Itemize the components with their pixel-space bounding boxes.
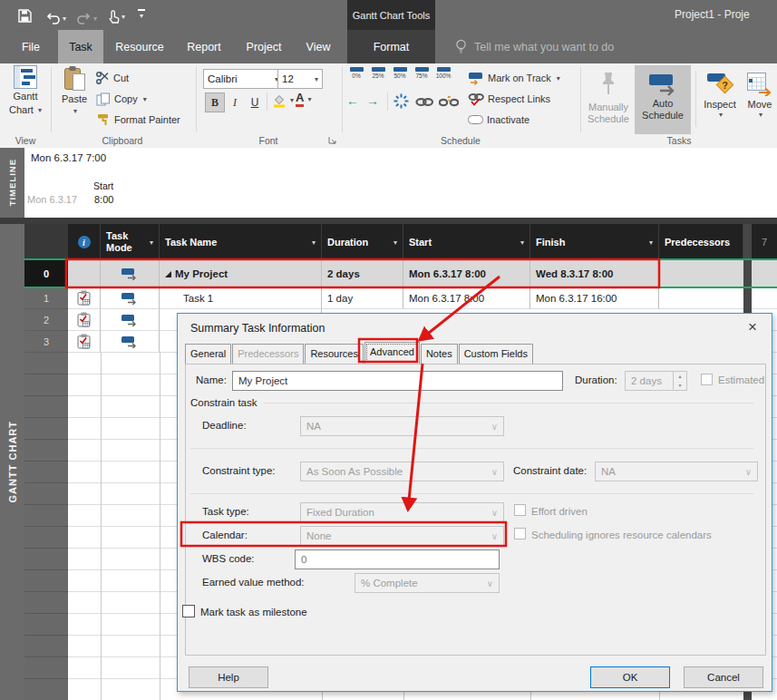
percent-75-button[interactable]: 75%: [412, 67, 432, 89]
inspect-button[interactable]: ? Inspect ▾: [700, 65, 740, 134]
cell-info[interactable]: [68, 287, 101, 309]
pane-splitter[interactable]: [0, 218, 777, 224]
cell-task-mode[interactable]: [101, 331, 160, 353]
estimated-checkbox[interactable]: [701, 374, 713, 385]
cell-task-mode[interactable]: [101, 287, 160, 309]
auto-schedule-button[interactable]: Auto Schedule: [635, 65, 691, 134]
row-number[interactable]: 3: [24, 331, 68, 353]
constraint-type-combo[interactable]: As Soon As Possible ∨: [300, 462, 504, 481]
tab-task[interactable]: Task: [58, 30, 103, 63]
effort-driven-checkbox[interactable]: [514, 504, 526, 516]
row-number[interactable]: 0: [24, 260, 68, 287]
row-number[interactable]: 2: [24, 309, 68, 331]
cell-predecessors[interactable]: [659, 260, 743, 287]
tab-general[interactable]: General: [185, 344, 231, 364]
row-number[interactable]: 1: [24, 287, 68, 309]
duration-spinner[interactable]: ▲ ▼: [674, 371, 687, 391]
task-type-combo[interactable]: Fixed Duration ∨: [300, 502, 504, 522]
cell-task-mode[interactable]: [101, 260, 160, 287]
column-header-task-mode[interactable]: TaskMode ▾: [101, 224, 160, 260]
wbs-code-field[interactable]: 0: [295, 549, 500, 569]
redo-button[interactable]: ▾: [73, 7, 101, 29]
outdent-task-button[interactable]: ←: [346, 94, 359, 107]
deadline-combo[interactable]: NA ∨: [300, 416, 504, 436]
timeline-pane-tab[interactable]: TIMELINE: [0, 148, 24, 218]
cut-button[interactable]: Cut: [96, 69, 129, 87]
paste-button[interactable]: Paste ▾: [56, 65, 92, 134]
ok-button[interactable]: OK: [590, 666, 670, 688]
percent-50-button[interactable]: 50%: [390, 67, 410, 89]
move-button[interactable]: Move ▾: [742, 65, 777, 134]
percent-25-button[interactable]: 25%: [368, 67, 388, 89]
filter-chevron-icon[interactable]: ▾: [312, 238, 316, 247]
percent-0-button[interactable]: 0%: [346, 67, 366, 89]
link-tasks-button[interactable]: [415, 96, 434, 108]
help-button[interactable]: Help: [189, 666, 268, 688]
percent-100-button[interactable]: 100%: [433, 67, 453, 89]
filter-chevron-icon[interactable]: ▾: [393, 238, 397, 247]
customize-qat-button[interactable]: ▾: [134, 9, 149, 31]
earned-value-combo[interactable]: % Complete ∨: [355, 573, 500, 593]
column-header-start[interactable]: Start ▾: [403, 224, 530, 260]
column-header-info[interactable]: i: [68, 224, 101, 260]
cell-info[interactable]: [68, 331, 101, 353]
column-header-finish[interactable]: Finish ▾: [530, 224, 659, 260]
table-row-summary[interactable]: My Project 2 days Mon 6.3.17 8:00 Wed 8.…: [68, 260, 743, 287]
format-painter-button[interactable]: Format Painter: [96, 111, 180, 129]
tab-view[interactable]: View: [297, 30, 339, 63]
timeline-pane[interactable]: TIMELINE Mon 6.3.17 7:00 Start 8:00 Mon …: [0, 148, 777, 218]
font-dialog-launcher-icon[interactable]: [328, 136, 337, 145]
close-icon[interactable]: ×: [741, 317, 764, 337]
italic-button[interactable]: I: [225, 92, 245, 112]
calendar-combo[interactable]: None ∨: [300, 526, 504, 546]
cell-finish[interactable]: Mon 6.3.17 16:00: [530, 287, 659, 309]
tab-advanced[interactable]: Advanced: [364, 342, 420, 364]
gantt-chart-view-button[interactable]: Gantt Chart▾: [3, 65, 48, 134]
name-field[interactable]: My Project: [232, 371, 563, 391]
font-name-combo[interactable]: Calibri ▾: [203, 69, 283, 89]
respect-links-button[interactable]: Respect Links: [468, 90, 550, 108]
spin-up-icon[interactable]: ▲: [674, 372, 686, 381]
collapse-summary-icon[interactable]: [165, 271, 171, 277]
cell-task-name[interactable]: My Project: [160, 260, 322, 287]
copy-button[interactable]: Copy ▾: [96, 90, 147, 108]
cell-duration[interactable]: 2 days: [322, 260, 403, 287]
cell-finish[interactable]: Wed 8.3.17 8:00: [530, 260, 659, 287]
duration-field[interactable]: 2 days: [625, 371, 674, 391]
cell-info[interactable]: [68, 260, 101, 287]
underline-button[interactable]: U: [245, 92, 265, 112]
chevron-down-icon[interactable]: ▾: [63, 15, 66, 23]
tab-predecessors[interactable]: Predecessors: [232, 344, 304, 364]
scheduling-ignores-checkbox[interactable]: [514, 528, 526, 540]
cell-start[interactable]: Mon 6.3.17 8:00: [403, 287, 530, 309]
cell-start[interactable]: Mon 6.3.17 8:00: [403, 260, 530, 287]
split-task-button[interactable]: [393, 93, 409, 109]
tab-report[interactable]: Report: [178, 30, 230, 63]
unlink-tasks-button[interactable]: [439, 96, 459, 108]
cancel-button[interactable]: Cancel: [684, 666, 763, 688]
chevron-down-icon[interactable]: ▾: [93, 15, 97, 23]
background-color-button[interactable]: ▾: [272, 92, 294, 108]
tab-notes[interactable]: Notes: [421, 344, 458, 364]
chevron-down-icon[interactable]: ▾: [121, 13, 125, 21]
manually-schedule-button[interactable]: Manually Schedule: [584, 65, 633, 134]
tab-resources[interactable]: Resources: [305, 344, 364, 364]
tell-me-box[interactable]: Tell me what you want to do: [455, 30, 614, 63]
indent-task-button[interactable]: →: [366, 94, 379, 107]
undo-button[interactable]: ▾: [42, 7, 70, 29]
cell-info[interactable]: [68, 309, 101, 331]
table-row[interactable]: Task 1 1 day Mon 6.3.17 8:00 Mon 6.3.17 …: [68, 287, 743, 309]
tab-project[interactable]: Project: [238, 30, 290, 63]
cell-task-name[interactable]: Task 1: [160, 287, 322, 309]
tab-file[interactable]: File: [9, 30, 53, 63]
milestone-checkbox[interactable]: [182, 605, 195, 617]
tab-format[interactable]: Format: [347, 30, 435, 63]
select-all-corner[interactable]: [24, 224, 68, 260]
filter-chevron-icon[interactable]: ▾: [649, 238, 653, 247]
tab-resource[interactable]: Resource: [109, 30, 170, 63]
font-size-combo[interactable]: 12 ▾: [277, 69, 323, 89]
gantt-chart-pane-tab[interactable]: GANTT CHART: [0, 224, 24, 700]
cell-duration[interactable]: 1 day: [322, 287, 403, 309]
filter-chevron-icon[interactable]: ▾: [520, 238, 524, 247]
column-header-predecessors[interactable]: Predecessors: [659, 224, 743, 260]
